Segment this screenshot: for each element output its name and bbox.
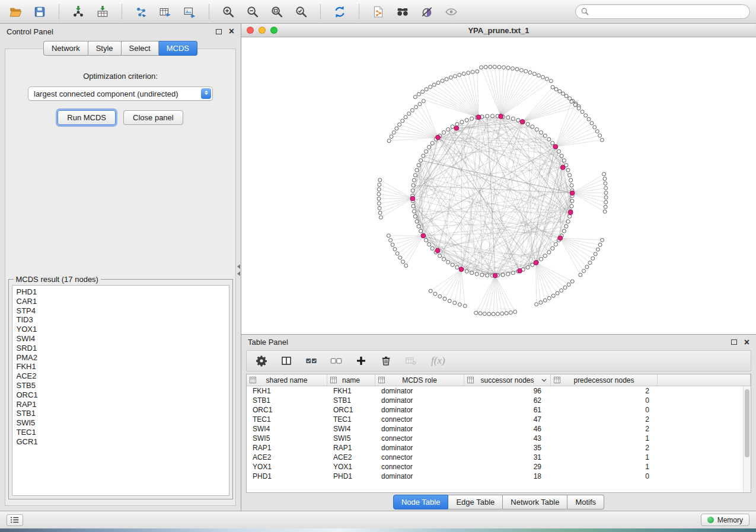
tab-motifs[interactable]: Motifs	[567, 495, 604, 509]
mcds-result-item[interactable]: STP4	[17, 306, 229, 316]
mcds-result-item[interactable]: STB1	[17, 409, 229, 418]
criterion-selected-value: largest connected component (undirected)	[34, 89, 178, 98]
float-table-panel-icon[interactable]	[731, 339, 737, 345]
mcds-result-item[interactable]: SWI4	[17, 334, 229, 344]
mcds-result-item[interactable]: SWI5	[17, 418, 229, 428]
close-control-panel-icon[interactable]: ×	[229, 27, 234, 36]
table-row[interactable]: FKH1FKH1dominator962	[247, 386, 751, 396]
network-window-titlebar[interactable]: YPA_prune.txt_1	[241, 24, 756, 37]
mcds-result-item[interactable]: SRD1	[17, 344, 229, 353]
mcds-result-item[interactable]: RAP1	[17, 400, 229, 409]
zoom-selected-icon[interactable]	[292, 3, 311, 21]
cell-mcds-role: dominator	[375, 387, 464, 395]
first-neighbors-icon[interactable]	[393, 3, 412, 21]
close-table-panel-icon[interactable]: ×	[744, 338, 749, 347]
close-panel-button[interactable]: Close panel	[123, 110, 183, 125]
cell-shared-name: SWI5	[247, 434, 327, 443]
mcds-result-item[interactable]: ORC1	[17, 390, 229, 400]
mcds-result-item[interactable]: FKH1	[17, 362, 229, 371]
mcds-result-item[interactable]: STB5	[17, 381, 229, 390]
import-table-icon[interactable]	[93, 3, 112, 21]
scrollbar-thumb[interactable]	[745, 389, 749, 457]
cell-name: STB1	[327, 396, 375, 405]
unselect-all-icon[interactable]	[329, 354, 343, 368]
tab-style[interactable]: Style	[88, 41, 122, 56]
table-row[interactable]: YOX1YOX1connector291	[247, 462, 751, 472]
style-toggle-icon[interactable]	[417, 3, 436, 21]
import-network-icon[interactable]	[69, 3, 88, 21]
window-close-button[interactable]	[247, 27, 254, 34]
cell-mcds-role: connector	[375, 434, 464, 443]
window-minimize-button[interactable]	[259, 27, 266, 34]
show-columns-icon[interactable]	[279, 354, 294, 368]
collapse-left-icon	[237, 271, 240, 276]
mcds-result-item[interactable]: PMA2	[17, 353, 229, 363]
list-menu-icon	[10, 516, 20, 524]
share-document-icon[interactable]	[369, 3, 388, 21]
column-header-MCDS-role[interactable]: MCDS role	[375, 374, 464, 386]
main-area: Control Panel × NetworkStyleSelectMCDS O…	[0, 24, 756, 511]
open-file-icon[interactable]	[6, 3, 25, 21]
search-box[interactable]	[575, 4, 750, 19]
splitter-collapse-handle[interactable]	[237, 264, 240, 278]
control-panel-header: Control Panel ×	[0, 24, 241, 39]
window-zoom-button[interactable]	[270, 27, 277, 34]
network-view[interactable]	[241, 37, 756, 334]
table-row[interactable]: SWI5SWI5connector431	[247, 434, 751, 443]
mcds-result-item[interactable]: GCR1	[17, 437, 229, 447]
tab-node-table[interactable]: Node Table	[393, 495, 449, 509]
column-header-predecessor-nodes[interactable]: predecessor nodes	[551, 374, 658, 386]
memory-button[interactable]: Memory	[701, 514, 749, 526]
refresh-layout-icon[interactable]	[330, 3, 349, 21]
criterion-dropdown[interactable]: largest connected component (undirected)	[28, 86, 213, 101]
table-row[interactable]: TEC1TEC1connector472	[247, 415, 751, 424]
search-input[interactable]	[592, 7, 744, 16]
column-header-name[interactable]: name	[327, 374, 375, 386]
control-panel-tabs: NetworkStyleSelectMCDS	[0, 41, 241, 56]
tab-edge-table[interactable]: Edge Table	[448, 495, 503, 509]
toolbar-separator	[122, 4, 122, 20]
table-row[interactable]: STB1STB1dominator620	[247, 396, 751, 405]
mcds-result-item[interactable]: ACE2	[17, 371, 229, 381]
table-row[interactable]: ORC1ORC1dominator610	[247, 405, 751, 415]
tab-select[interactable]: Select	[122, 41, 159, 56]
export-image-icon[interactable]	[180, 3, 199, 21]
table-row[interactable]: RAP1RAP1dominator352	[247, 443, 751, 453]
column-header-label: predecessor nodes	[573, 376, 634, 384]
mcds-result-item[interactable]: TID3	[17, 315, 229, 325]
function-builder-icon: f(x)	[431, 355, 445, 367]
delete-row-icon[interactable]	[379, 354, 393, 368]
mcds-result-list[interactable]: PHD1CAR1STP4TID3YOX1SWI4SRD1PMA2FKH1ACE2…	[12, 285, 229, 496]
status-menu-button[interactable]	[7, 514, 23, 526]
select-all-icon[interactable]	[304, 354, 318, 368]
graphics-details-icon[interactable]	[442, 3, 461, 21]
column-header-successor-nodes[interactable]: successor nodes	[464, 374, 551, 386]
table-scrollbar[interactable]	[743, 386, 751, 492]
table-settings-icon[interactable]	[254, 354, 269, 368]
table-header-row: shared namenameMCDS rolesuccessor nodesp…	[247, 374, 751, 386]
tab-network[interactable]: Network	[43, 41, 88, 56]
cell-shared-name: ORC1	[247, 406, 327, 414]
tab-mcds[interactable]: MCDS	[159, 41, 197, 56]
mcds-result-item[interactable]: TEC1	[17, 428, 229, 437]
table-row[interactable]: SWI4SWI4dominator462	[247, 424, 751, 434]
mcds-result-item[interactable]: PHD1	[17, 287, 229, 297]
cell-shared-name: YOX1	[247, 463, 327, 471]
float-panel-icon[interactable]	[216, 29, 222, 34]
table-row[interactable]: PHD1PHD1dominator180	[247, 472, 751, 481]
tab-network-table[interactable]: Network Table	[503, 495, 567, 509]
add-row-icon[interactable]	[354, 354, 368, 368]
export-network-icon[interactable]	[132, 3, 151, 21]
column-header-shared-name[interactable]: shared name	[247, 374, 327, 386]
run-mcds-button[interactable]: Run MCDS	[58, 110, 116, 125]
mcds-result-item[interactable]: CAR1	[17, 297, 229, 306]
mcds-result-title: MCDS result (17 nodes)	[14, 275, 101, 284]
table-row[interactable]: ACE2ACE2connector311	[247, 453, 751, 462]
save-session-icon[interactable]	[30, 3, 49, 21]
export-table-icon[interactable]	[156, 3, 175, 21]
import-table-disabled-icon	[404, 354, 418, 368]
zoom-fit-icon[interactable]	[267, 3, 286, 21]
zoom-in-icon[interactable]	[219, 3, 238, 21]
zoom-out-icon[interactable]	[243, 3, 262, 21]
mcds-result-item[interactable]: YOX1	[17, 325, 229, 334]
